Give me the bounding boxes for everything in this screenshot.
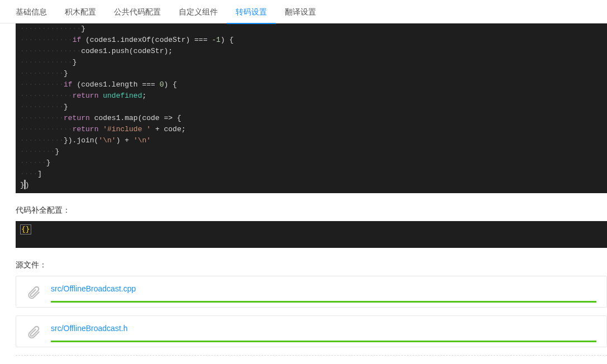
file-link[interactable]: src/OfflineBroadcast.h: [51, 324, 596, 333]
code-complete-label: 代码补全配置：: [16, 205, 607, 215]
file-card: src/OfflineBroadcast.h: [16, 315, 607, 347]
tab-label: 自定义组件: [179, 7, 218, 16]
tab-label: 基础信息: [16, 7, 47, 16]
tab-4[interactable]: 转码设置: [227, 0, 276, 23]
tab-label: 转码设置: [236, 7, 267, 16]
paperclip-icon: [26, 285, 41, 300]
file-body: src/OfflineBroadcast.h: [51, 324, 596, 342]
tab-label: 公共代码配置: [114, 7, 161, 16]
source-files-label: 源文件：: [16, 260, 607, 270]
file-link[interactable]: src/OfflineBroadcast.cpp: [51, 284, 596, 293]
code-editor-main[interactable]: ··············} ············if (codes1.i…: [16, 23, 607, 193]
paperclip-icon: [26, 325, 41, 339]
tab-label: 积木配置: [65, 7, 96, 16]
dashed-separator: [16, 355, 607, 356]
code-complete-editor[interactable]: {}: [16, 221, 607, 248]
file-card: src/OfflineBroadcast.cpp: [16, 276, 607, 308]
tab-label: 翻译设置: [285, 7, 316, 16]
file-progress-bar: [51, 301, 596, 303]
tab-2[interactable]: 公共代码配置: [105, 0, 170, 23]
file-body: src/OfflineBroadcast.cpp: [51, 284, 596, 303]
tab-1[interactable]: 积木配置: [56, 0, 105, 23]
tab-0[interactable]: 基础信息: [7, 0, 56, 23]
file-progress-bar: [51, 341, 596, 342]
tabs-nav: 基础信息积木配置公共代码配置自定义组件转码设置翻译设置: [0, 0, 607, 23]
tab-5[interactable]: 翻译设置: [276, 0, 325, 23]
tab-3[interactable]: 自定义组件: [170, 0, 227, 23]
